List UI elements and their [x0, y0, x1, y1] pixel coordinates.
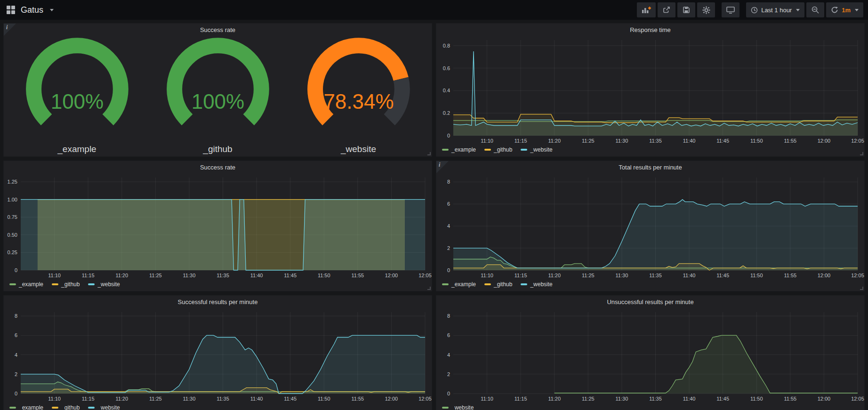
legend-item[interactable]: _github: [484, 281, 512, 288]
info-icon: i: [439, 161, 440, 169]
x-tick-label: 11:50: [318, 396, 330, 402]
chart-svg: 11:1011:1511:2011:2511:3011:3511:4011:45…: [4, 308, 432, 403]
unsuccessful-results-chart[interactable]: 11:1011:1511:2011:2511:3011:3511:4011:45…: [436, 308, 864, 403]
legend-swatch-icon: [521, 283, 527, 285]
x-tick-label: 11:20: [548, 138, 561, 144]
legend-item[interactable]: _example: [442, 281, 476, 288]
gauge-svg: 100%: [156, 36, 280, 143]
y-tick-label: 1.25: [8, 179, 17, 185]
panel-title[interactable]: Total results per minute: [436, 161, 864, 174]
legend-label: _github: [494, 281, 512, 288]
panel-successful-results: Successful results per minute 11:1011:15…: [4, 296, 432, 410]
chart-svg: 11:1011:1511:2011:2511:3011:3511:4011:45…: [436, 174, 864, 280]
legend-label: _website: [97, 281, 120, 288]
success-rate-chart[interactable]: 11:1011:1511:2011:2511:3011:3511:4011:45…: [4, 174, 432, 280]
x-tick-label: 11:25: [149, 396, 162, 402]
gauge: 100%_github: [147, 36, 288, 155]
x-tick-label: 11:15: [82, 273, 95, 278]
legend-item[interactable]: _website: [442, 404, 474, 410]
y-tick-label: 6: [15, 332, 17, 338]
add-panel-icon: [642, 6, 651, 14]
x-tick-label: 11:55: [784, 396, 796, 402]
dashboard-title-dropdown[interactable]: Gatus: [7, 5, 54, 15]
gauge-label: _github: [203, 143, 232, 155]
panel-title[interactable]: Successful results per minute: [4, 296, 432, 308]
panel-info-corner[interactable]: i: [4, 24, 16, 36]
panel-resize-handle[interactable]: [860, 287, 863, 290]
x-tick-label: 11:50: [750, 138, 763, 144]
series-fill-_website: [21, 200, 425, 270]
series-fill-_website: [555, 335, 858, 394]
x-tick-label: 12:00: [818, 273, 831, 278]
x-tick-label: 11:20: [548, 396, 561, 402]
dashboard-settings-button[interactable]: [697, 2, 715, 17]
cycle-view-mode-button[interactable]: [722, 2, 739, 17]
x-tick-label: 11:45: [716, 138, 729, 144]
gauge-label: _website: [341, 143, 376, 155]
x-tick-label: 11:15: [82, 396, 95, 402]
add-panel-button[interactable]: [637, 2, 656, 17]
panel-response-time: Response time 11:1011:1511:2011:2511:301…: [436, 24, 864, 156]
dashboard-title: Gatus: [21, 5, 43, 15]
legend-swatch-icon: [88, 283, 95, 285]
y-tick-label: 8: [447, 313, 450, 319]
legend-item[interactable]: _website: [88, 281, 120, 288]
total-results-chart[interactable]: 11:1011:1511:2011:2511:3011:3511:4011:45…: [436, 174, 864, 280]
legend-item[interactable]: _example: [9, 404, 43, 410]
successful-results-chart[interactable]: 11:1011:1511:2011:2511:3011:3511:4011:45…: [4, 308, 432, 403]
panel-title[interactable]: Success rate: [4, 161, 432, 174]
grid-logo-icon: [7, 6, 15, 14]
panel-title[interactable]: Response time: [436, 24, 864, 36]
refresh-interval-label: 1m: [842, 7, 851, 14]
time-range-picker[interactable]: Last 1 hour: [746, 2, 804, 17]
legend-item[interactable]: _website: [521, 281, 552, 288]
x-tick-label: 12:05: [851, 273, 864, 278]
x-tick-label: 11:20: [115, 273, 128, 278]
legend-item[interactable]: _website: [88, 404, 120, 410]
x-tick-label: 11:55: [784, 138, 796, 144]
y-tick-label: 2: [15, 371, 17, 377]
y-tick-label: 8: [447, 179, 450, 185]
legend-item[interactable]: _github: [52, 281, 80, 288]
legend-item[interactable]: _example: [442, 146, 476, 153]
legend-item[interactable]: _github: [484, 146, 512, 153]
y-tick-label: 8: [15, 313, 17, 319]
panel-resize-handle[interactable]: [427, 287, 431, 290]
x-tick-label: 11:25: [582, 138, 595, 144]
x-tick-label: 11:45: [284, 273, 297, 278]
y-tick-label: 0.2: [443, 110, 450, 116]
legend-item[interactable]: _website: [521, 146, 552, 153]
x-tick-label: 11:30: [616, 396, 628, 402]
gauge-chart[interactable]: 100%_example100%_github78.34%_website: [4, 36, 432, 156]
panel-title[interactable]: Unsuccessful results per minute: [436, 296, 864, 308]
x-tick-label: 12:00: [385, 396, 398, 402]
panel-resize-handle[interactable]: [427, 152, 431, 155]
x-tick-label: 11:15: [514, 273, 527, 278]
chart-svg: 11:1011:1511:2011:2511:3011:3511:4011:45…: [436, 308, 864, 403]
zoom-out-button[interactable]: [806, 2, 824, 17]
panel-resize-handle[interactable]: [860, 152, 863, 155]
legend-swatch-icon: [484, 149, 491, 151]
x-tick-label: 11:40: [250, 396, 263, 402]
legend-label: _website: [530, 146, 552, 153]
y-tick-label: 2: [447, 371, 450, 377]
y-tick-label: 4: [447, 352, 450, 358]
time-range-label: Last 1 hour: [761, 7, 792, 14]
panel-info-corner[interactable]: i: [436, 161, 449, 173]
chart-legend: _example_github_website: [4, 280, 432, 289]
share-dashboard-button[interactable]: [658, 2, 675, 17]
y-tick-label: 0: [15, 391, 17, 396]
legend-item[interactable]: _github: [52, 404, 80, 410]
refresh-picker[interactable]: 1m: [826, 2, 863, 17]
panel-success-rate-graph: Success rate 11:1011:1511:2011:2511:3011…: [4, 161, 432, 291]
gauge-svg: 100%: [15, 36, 139, 143]
save-dashboard-button[interactable]: [677, 2, 695, 17]
x-tick-label: 11:25: [149, 273, 162, 278]
y-tick-label: 0: [447, 133, 450, 138]
panel-title[interactable]: Success rate: [4, 24, 432, 36]
legend-item[interactable]: _example: [9, 281, 43, 288]
x-tick-label: 11:25: [582, 273, 595, 278]
panel-unsuccessful-results: Unsuccessful results per minute 11:1011:…: [436, 296, 864, 410]
legend-label: _github: [61, 281, 80, 288]
response-time-chart[interactable]: 11:1011:1511:2011:2511:3011:3511:4011:45…: [436, 36, 864, 145]
